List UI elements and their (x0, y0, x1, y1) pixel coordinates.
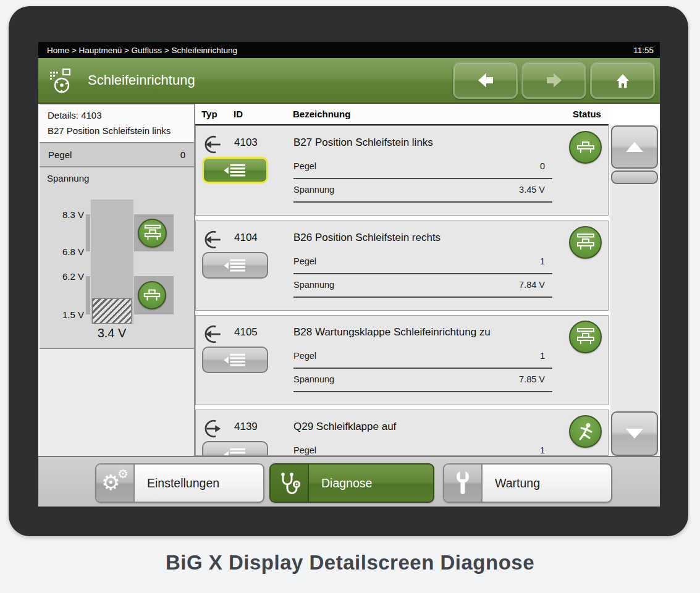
detail-list-button[interactable] (202, 157, 268, 183)
col-id: ID (234, 109, 243, 119)
details-name: B27 Position Schleifstein links (48, 125, 171, 136)
signal-id: 4104 (234, 232, 258, 244)
title-header: Schleifeinrichtung (38, 58, 660, 104)
forward-button[interactable] (521, 62, 586, 99)
detail-list-button[interactable] (202, 252, 268, 279)
gauge-tick-1: 8.3 V (40, 209, 84, 220)
signal-name: Q29 Schleifklappe auf (293, 421, 396, 433)
signal-id: 4105 (234, 326, 258, 339)
scroll-up-icon (626, 142, 643, 152)
divider (293, 201, 552, 203)
grinding-stone-up-icon (569, 226, 602, 259)
image-caption: BiG X Display Detailscreen Diagnose (0, 551, 700, 574)
arrow-right-icon (544, 71, 564, 90)
input-signal-icon (202, 229, 223, 250)
signal-name: B26 Position Schleifstein rechts (293, 232, 441, 244)
pegel-value: 1 (293, 445, 552, 455)
sidebar-pegel-row: Pegel 0 (40, 143, 194, 167)
list-detail-icon (221, 257, 250, 274)
divider (293, 368, 552, 369)
table-row[interactable]: 4103 B27 Position Schleifstein links (195, 125, 609, 216)
back-button[interactable] (453, 62, 518, 99)
grinding-stone-up-icon (569, 321, 602, 353)
tab-label: Wartung (483, 476, 540, 490)
sharpening-device-icon (47, 66, 77, 96)
details-title: Details: 4103 (48, 110, 102, 120)
table-row[interactable]: 4139 Q29 Schleifklappe auf (195, 410, 609, 456)
spannung-value: 7.84 V (293, 280, 552, 290)
scroll-down-button[interactable] (611, 411, 658, 456)
gauge-value: 3.4 V (72, 326, 152, 340)
table-row[interactable]: 4104 B26 Position Schleifstein rechts (195, 221, 609, 311)
signal-id: 4103 (234, 137, 258, 149)
input-signal-icon (202, 134, 223, 155)
page-title: Schleifeinrichtung (88, 72, 195, 88)
input-signal-icon (202, 324, 223, 345)
gauge-tick-2: 6.8 V (40, 246, 84, 257)
divider (293, 178, 552, 179)
divider (293, 391, 552, 392)
gauge-current-value-bar (92, 298, 132, 324)
table-scrollbar (610, 125, 659, 456)
table-row[interactable]: 4105 B28 Wartungsklappe Schleifeinrichtu… (195, 315, 609, 405)
bottom-tab-bar: ⚙ ⚙ Einstellungen (38, 456, 660, 507)
stethoscope-icon (271, 465, 309, 502)
pegel-value: 0 (180, 149, 185, 160)
list-detail-icon (221, 446, 250, 456)
grinding-stone-down-icon (138, 281, 166, 309)
signal-id: 4139 (234, 421, 258, 433)
list-detail-icon (221, 351, 250, 369)
tab-label: Einstellungen (135, 476, 219, 490)
pegel-value: 1 (293, 351, 552, 361)
clock: 11:55 (633, 46, 654, 55)
sidebar-empty-area (40, 349, 194, 458)
col-status: Status (559, 109, 615, 119)
output-signal-icon (202, 418, 223, 439)
grinding-stone-down-icon (569, 131, 602, 164)
status-bar: Home > Hauptmenü > Gutfluss > Schleifein… (38, 42, 660, 58)
tab-diagnose[interactable]: Diagnose (269, 463, 434, 503)
gauge-tick-4: 1.5 V (40, 309, 84, 320)
arrow-left-icon (476, 71, 495, 90)
spannung-value: 3.45 V (293, 185, 552, 195)
running-man-icon (569, 415, 602, 448)
tab-wartung[interactable]: Wartung (443, 463, 612, 503)
gears-icon: ⚙ ⚙ (96, 465, 135, 502)
scroll-down-icon (626, 429, 643, 439)
detail-list-button[interactable] (202, 347, 268, 373)
spannung-label: Spannung (47, 173, 89, 183)
tab-einstellungen[interactable]: ⚙ ⚙ Einstellungen (95, 463, 264, 503)
list-detail-icon (221, 162, 250, 179)
table-header: Typ ID Bezeichnung Status (195, 104, 609, 125)
home-icon (613, 71, 633, 90)
tab-label: Diagnose (309, 476, 372, 490)
pegel-value: 0 (293, 161, 552, 171)
col-typ: Typ (201, 109, 217, 119)
sidebar-details-box: Details: 4103 B27 Position Schleifstein … (40, 105, 194, 143)
col-bezeichnung: Bezeichnung (293, 109, 350, 119)
display-screen: Home > Hauptmenü > Gutfluss > Schleifein… (38, 42, 660, 507)
detail-sidebar: Details: 4103 B27 Position Schleifstein … (40, 104, 195, 457)
device-bezel: Home > Hauptmenü > Gutfluss > Schleifein… (9, 6, 688, 536)
voltage-gauge-panel: Spannung (40, 167, 194, 349)
scroll-up-button[interactable] (611, 125, 658, 169)
grinding-stone-up-icon (138, 219, 167, 248)
divider (293, 296, 552, 298)
wrench-icon (444, 465, 483, 502)
signal-name: B28 Wartungsklappe Schleifeinrichtung zu (293, 326, 491, 339)
scrollbar-thumb[interactable] (611, 170, 658, 184)
pegel-value: 1 (293, 256, 552, 266)
gauge-tick-3: 6.2 V (40, 271, 84, 282)
breadcrumb: Home > Hauptmenü > Gutfluss > Schleifein… (47, 46, 237, 55)
home-button[interactable] (590, 62, 655, 99)
spannung-value: 7.85 V (293, 374, 552, 384)
signal-name: B27 Position Schleifstein links (293, 137, 433, 149)
detail-list-button[interactable] (202, 441, 268, 456)
pegel-label: Pegel (48, 149, 72, 160)
divider (293, 273, 552, 274)
